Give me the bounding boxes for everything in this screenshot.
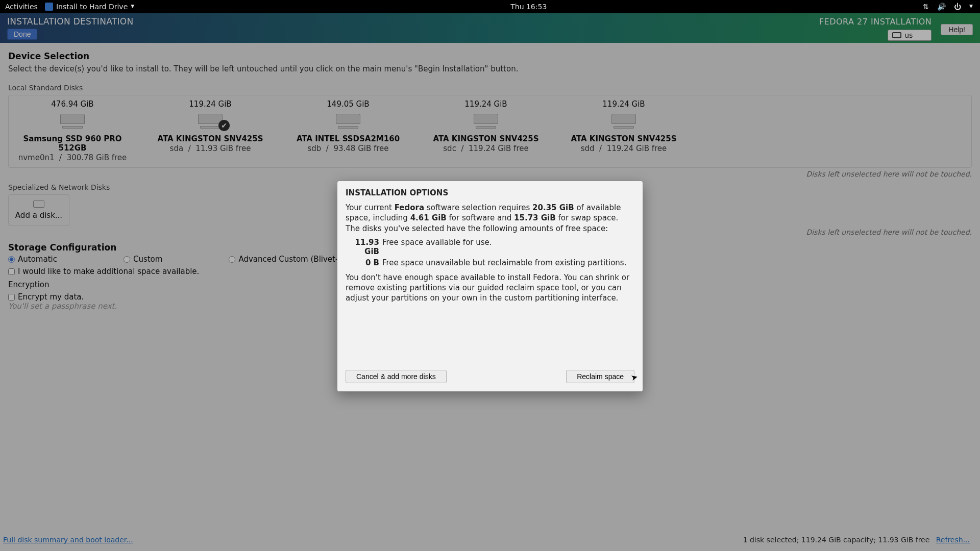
disk-device: sdc / 119.24 GiB free xyxy=(443,144,528,153)
watermark: L I N O X I D E . C O M xyxy=(4,503,454,531)
activities-button[interactable]: Activities xyxy=(5,3,38,11)
chevron-down-icon: ▼ xyxy=(131,4,134,9)
page-title: INSTALLATION DESTINATION xyxy=(7,16,819,27)
local-disks-row: 476.94 GiB✔Samsung SSD 960 PRO 512GBnvme… xyxy=(8,95,972,168)
anaconda-icon xyxy=(45,3,53,11)
disk-model: ATA KINGSTON SNV425S xyxy=(157,134,263,143)
keyboard-layout-indicator[interactable]: us xyxy=(888,30,932,41)
refresh-link[interactable]: Refresh... xyxy=(936,536,970,544)
hard-drive-icon: ✔ xyxy=(474,114,498,129)
anaconda-header: INSTALLATION DESTINATION Done FEDORA 27 … xyxy=(0,13,980,43)
disk-device: sda / 11.93 GiB free xyxy=(170,144,251,153)
checkbox-label: I would like to make additional space av… xyxy=(18,267,199,276)
device-selection-heading: Device Selection xyxy=(8,51,972,61)
disk-item[interactable]: 149.05 GiB✔ATA INTEL SSDSA2M160sdb / 93.… xyxy=(289,99,407,162)
disk-device: sdd / 119.24 GiB free xyxy=(581,144,667,153)
reclaim-space-button[interactable]: Reclaim space xyxy=(566,370,634,383)
disk-device: sdb / 93.48 GiB free xyxy=(307,144,388,153)
keyboard-layout-label: us xyxy=(904,31,913,39)
encrypt-hint: You'll set a passphrase next. xyxy=(8,302,117,311)
disk-capacity: 476.94 GiB xyxy=(51,99,93,109)
device-selection-subtitle: Select the device(s) you'd like to insta… xyxy=(8,64,972,73)
modal-advice-text: You don't have enough space available to… xyxy=(346,272,634,304)
local-disks-label: Local Standard Disks xyxy=(8,84,972,92)
keyboard-icon xyxy=(892,32,901,38)
disk-summary-link[interactable]: Full disk summary and boot loader... xyxy=(3,536,133,544)
add-disk-label: Add a disk... xyxy=(15,211,62,220)
disk-device: nvme0n1 / 300.78 GiB free xyxy=(18,153,127,162)
check-icon: ✔ xyxy=(218,120,230,131)
disk-capacity: 149.05 GiB xyxy=(327,99,369,109)
disk-capacity: 119.24 GiB xyxy=(189,99,231,109)
disk-model: Samsung SSD 960 PRO 512GB xyxy=(14,134,131,153)
hard-drive-icon: ✔ xyxy=(198,114,223,129)
hard-drive-icon: ✔ xyxy=(336,114,360,129)
installation-options-modal: INSTALLATION OPTIONS Your current Fedora… xyxy=(337,181,643,392)
disk-icon xyxy=(33,201,44,208)
disk-item[interactable]: 119.24 GiB✔ATA KINGSTON SNV425Ssdd / 119… xyxy=(565,99,682,162)
radio-label: Automatic xyxy=(18,255,57,264)
installer-brand: FEDORA 27 INSTALLATION xyxy=(819,17,932,27)
modal-title: INSTALLATION OPTIONS xyxy=(346,188,634,197)
radio-blivet[interactable]: Advanced Custom (Blivet-GUI) xyxy=(229,255,355,264)
network-icon[interactable]: ⇅ xyxy=(923,3,929,11)
disks-unselected-note: Disks left unselected here will not be t… xyxy=(8,170,972,178)
help-button[interactable]: Help! xyxy=(941,24,973,35)
app-menu-label: Install to Hard Drive xyxy=(56,3,128,11)
add-disk-button[interactable]: Add a disk... xyxy=(8,194,69,226)
disk-capacity: 119.24 GiB xyxy=(464,99,507,109)
disk-model: ATA INTEL SSDSA2M160 xyxy=(297,134,400,143)
power-icon[interactable]: ⏻ xyxy=(954,3,961,11)
disk-item[interactable]: 476.94 GiB✔Samsung SSD 960 PRO 512GBnvme… xyxy=(14,99,131,162)
disk-item[interactable]: 119.24 GiB✔ATA KINGSTON SNV425Ssdc / 119… xyxy=(427,99,545,162)
checkbox-label: Encrypt my data. xyxy=(18,292,84,302)
done-button[interactable]: Done xyxy=(7,29,37,40)
modal-requirements-text: Your current Fedora software selection r… xyxy=(346,203,634,234)
disk-model: ATA KINGSTON SNV425S xyxy=(571,134,676,143)
reclaimable-space-row: 0 B Free space unavailable but reclaimab… xyxy=(346,258,634,267)
app-menu[interactable]: Install to Hard Drive ▼ xyxy=(45,3,134,11)
disk-item[interactable]: 119.24 GiB✔ATA KINGSTON SNV425Ssda / 11.… xyxy=(152,99,269,162)
radio-custom[interactable]: Custom xyxy=(124,255,162,264)
gnome-topbar: Activities Install to Hard Drive ▼ Thu 1… xyxy=(0,0,980,13)
hard-drive-icon: ✔ xyxy=(60,114,85,129)
cancel-add-disks-button[interactable]: Cancel & add more disks xyxy=(346,370,447,383)
radio-label: Custom xyxy=(133,255,162,264)
radio-automatic[interactable]: Automatic xyxy=(8,255,57,264)
free-space-row: 11.93 GiB Free space available for use. xyxy=(346,238,634,256)
disk-capacity: 119.24 GiB xyxy=(602,99,645,109)
volume-icon[interactable]: 🔊 xyxy=(937,3,946,11)
hard-drive-icon: ✔ xyxy=(611,114,636,129)
clock[interactable]: Thu 16:53 xyxy=(134,3,923,11)
disk-model: ATA KINGSTON SNV425S xyxy=(433,134,538,143)
chevron-down-icon: ▼ xyxy=(969,4,973,9)
status-line: 1 disk selected; 119.24 GiB capacity; 11… xyxy=(743,536,970,544)
